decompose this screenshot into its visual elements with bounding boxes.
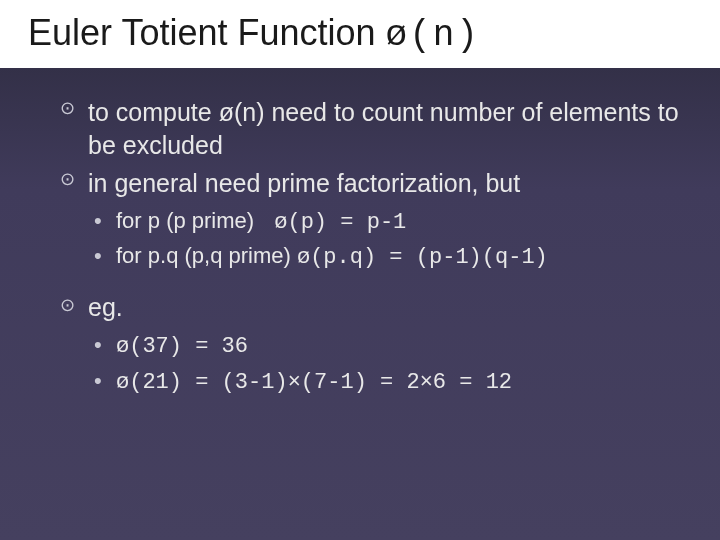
- sub-bullet-plain: for p (p prime): [116, 208, 260, 233]
- example-label: eg.: [60, 293, 680, 322]
- bullet-item: to compute ø(n) need to count number of …: [60, 96, 680, 161]
- bullet-item: in general need prime factorization, but: [60, 167, 680, 200]
- slide-title: Euler Totient Function ø(n): [0, 0, 720, 68]
- example-mono: ø(37) = 36: [116, 334, 248, 359]
- example-group: eg. ø(37) = 36 ø(21) = (3-1)×(7-1) = 2×6…: [60, 293, 680, 397]
- sub-bullet-mono: ø(p) = p-1: [260, 210, 406, 235]
- example-mono: ø(21) = (3-1)×(7-1) = 2×6 = 12: [116, 370, 512, 395]
- bullet-text: in general need prime factorization, but: [88, 169, 520, 197]
- title-text: Euler Totient Function: [28, 12, 386, 53]
- example-item: ø(37) = 36: [94, 330, 680, 362]
- slide: Euler Totient Function ø(n) to compute ø…: [0, 0, 720, 540]
- title-code: ø(n): [386, 15, 480, 56]
- slide-content: to compute ø(n) need to count number of …: [0, 68, 720, 421]
- sub-bullet-item: for p.q (p,q prime) ø(p.q) = (p-1)(q-1): [94, 241, 680, 273]
- sub-bullet-plain: for p.q (p,q prime): [116, 243, 297, 268]
- bullet-text: to compute ø(n) need to count number of …: [88, 98, 679, 159]
- eg-label-text: eg.: [88, 293, 123, 321]
- sub-bullet-mono: ø(p.q) = (p-1)(q-1): [297, 245, 548, 270]
- sub-bullet-item: for p (p prime) ø(p) = p-1: [94, 206, 680, 238]
- example-item: ø(21) = (3-1)×(7-1) = 2×6 = 12: [94, 366, 680, 398]
